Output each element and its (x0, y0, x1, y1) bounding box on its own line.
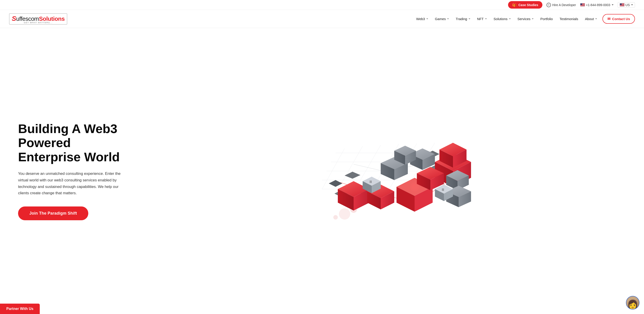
nav-item-solutions[interactable]: Solutions (490, 15, 514, 23)
contact-us-label: Contact Us (612, 17, 630, 21)
nav-item-web3[interactable]: Web3 (413, 15, 431, 23)
hero-content: Building A Web3 Powered Enterprise World… (18, 122, 136, 220)
logo[interactable]: SuffescomSolutions GET WHAT MATTERS... (9, 13, 67, 25)
hero-title: Building A Web3 Powered Enterprise World (18, 122, 136, 164)
main-nav: Web3 Games Trading NFT Solutions Service… (413, 14, 635, 24)
chat-avatar-widget[interactable] (626, 296, 640, 309)
country-flag-icon (620, 3, 624, 7)
svg-point-33 (339, 208, 350, 220)
envelope-icon: ✉ (608, 17, 610, 21)
avatar-face (626, 296, 639, 309)
gift-icon: 🎁 (512, 3, 517, 7)
nav-item-trading[interactable]: Trading (452, 15, 473, 23)
svg-line-20 (354, 164, 383, 171)
phone-dropdown-icon (612, 4, 614, 6)
country-label: US (626, 3, 630, 7)
blockchain-illustration: ⛓ ⛓ (300, 112, 471, 230)
country-selector[interactable]: US (618, 2, 635, 8)
hero-illustration: ⛓ ⛓ (136, 112, 635, 230)
svg-point-46 (412, 184, 417, 190)
contact-us-button[interactable]: ✉ Contact Us (602, 14, 635, 24)
user-icon: ⊙ (546, 3, 551, 7)
partner-bar-label: Partner With Us (6, 307, 34, 310)
case-studies-button[interactable]: 🎁 Case Studies (508, 1, 542, 9)
phone-number: +1-844-899-0003 (586, 3, 610, 7)
case-studies-label: Case Studies (518, 3, 538, 7)
top-bar: 🎁 Case Studies ⊙ Hire A Developer +1-844… (0, 0, 644, 10)
country-dropdown-icon (631, 4, 633, 6)
hero-description: You deserve an unmatched consulting expe… (18, 171, 122, 197)
svg-text:⛓: ⛓ (370, 180, 372, 183)
hire-developer-label: Hire A Developer (552, 3, 576, 7)
nav-item-about[interactable]: About (582, 15, 600, 23)
hero-section: Building A Web3 Powered Enterprise World… (0, 28, 644, 314)
partner-with-us-bar[interactable]: Partner With Us (0, 303, 40, 314)
header: SuffescomSolutions GET WHAT MATTERS... W… (0, 10, 644, 28)
logo-text: SuffescomSolutions (12, 15, 64, 22)
svg-marker-24 (344, 172, 360, 179)
svg-marker-23 (329, 180, 342, 187)
svg-point-35 (333, 215, 338, 220)
us-flag-icon (580, 3, 585, 7)
nav-item-nft[interactable]: NFT (474, 15, 490, 23)
nav-item-portfolio[interactable]: Portfolio (537, 15, 556, 23)
nav-item-testimonials[interactable]: Testimonials (556, 15, 582, 23)
hire-developer-link[interactable]: ⊙ Hire A Developer (546, 3, 576, 7)
phone-section[interactable]: +1-844-899-0003 (580, 3, 614, 7)
nav-item-services[interactable]: Services (514, 15, 537, 23)
nav-item-games[interactable]: Games (432, 15, 452, 23)
join-paradigm-shift-button[interactable]: Join The Paradigm Shift (18, 206, 88, 220)
cta-label: Join The Paradigm Shift (29, 211, 77, 215)
svg-text:⛓: ⛓ (442, 188, 444, 191)
